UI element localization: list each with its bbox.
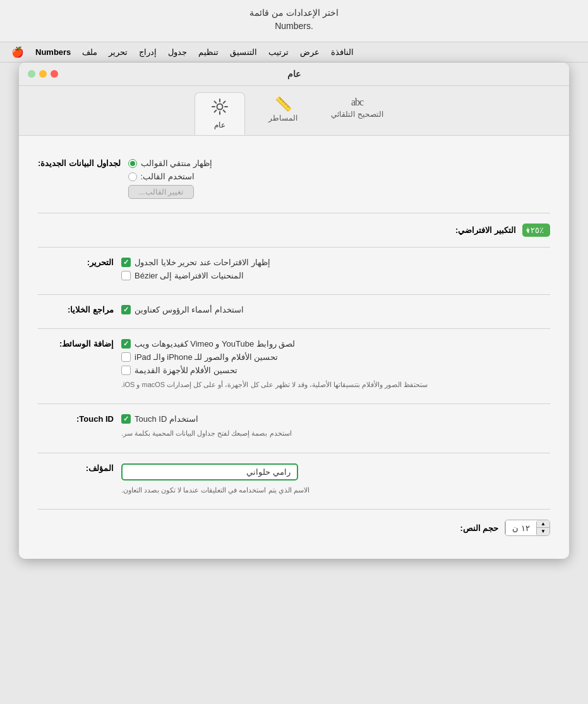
spinner-up-button[interactable]: ▲ — [537, 520, 549, 528]
optimize-mobile-checkbox[interactable] — [121, 352, 131, 362]
apple-menu[interactable]: 🍎 — [6, 45, 29, 59]
menubar-numbers[interactable]: Numbers — [30, 45, 76, 59]
touchid-row: استخدام Touch ID استخدم بصمة إصبعك لفتح … — [38, 414, 550, 438]
toolbar: عام 📏 المساطر abc التصحيح التلقائي — [19, 86, 569, 136]
media-content: لصق روابط YouTube و Vimeo كفيديوهات ويب … — [121, 339, 550, 390]
author-input[interactable] — [121, 463, 298, 480]
author-content: الاسم الذي يتم استخدامه في التعليقات عند… — [121, 463, 550, 495]
font-size-value: ١٢ ن — [505, 522, 537, 535]
use-headers-label: استخدام أسماء الرؤوس كعناوين — [135, 305, 244, 314]
touchid-section: استخدام Touch ID استخدم بصمة إصبعك لفتح … — [38, 404, 550, 453]
menubar-view[interactable]: عرض — [295, 45, 325, 59]
show-suggestions-row: إظهار الاقتراحات عند تحرير خلايا الجدول — [121, 258, 270, 267]
menubar-arrange[interactable]: ترتيب — [263, 45, 294, 59]
fontsize-row: ▲ ▼ ١٢ ن حجم النص: — [38, 520, 550, 536]
titlebar: عام — [19, 63, 569, 86]
use-headers-checkbox[interactable] — [121, 305, 131, 314]
zoom-select[interactable]: ٪١٢٥ ٪١٠٠ ٪١٥٠ — [522, 224, 550, 237]
ruler-icon: 📏 — [275, 97, 292, 111]
editing-section: إظهار الاقتراحات عند تحرير خلايا الجدول … — [38, 248, 550, 295]
spinner-down-button[interactable]: ▼ — [537, 528, 549, 535]
cell-refs-row: استخدام أسماء الرؤوس كعناوين مراجع الخلا… — [38, 305, 550, 314]
media-row: لصق روابط YouTube و Vimeo كفيديوهات ويب … — [38, 339, 550, 390]
minimize-button[interactable] — [39, 70, 47, 78]
gear-icon — [211, 98, 229, 118]
tab-rulers[interactable]: 📏 المساطر — [258, 92, 308, 135]
tab-general-label: عام — [214, 121, 225, 129]
tab-rulers-label: المساطر — [268, 114, 297, 122]
change-template-button[interactable]: تغيير القالب... — [128, 185, 194, 199]
menubar-insert[interactable]: إدراج — [134, 45, 162, 59]
window-title: عام — [287, 69, 301, 79]
use-touchid-row: استخدام Touch ID — [121, 414, 198, 424]
svg-line-8 — [215, 110, 217, 112]
media-section: لصق روابط YouTube و Vimeo كفيديوهات ويب … — [38, 329, 550, 404]
cell-refs-label: مراجع الخلايا: — [38, 305, 114, 314]
new-tables-label: لجداول البيانات الجديدة: — [38, 158, 121, 168]
zoom-wrapper: ٪١٢٥ ٪١٠٠ ٪١٥٠ — [522, 224, 550, 237]
optimize-old-label: تحسين الأفلام للأجهزة القديمة — [135, 366, 237, 375]
svg-line-7 — [224, 102, 225, 104]
preferences-window: عام ع — [19, 63, 569, 559]
editing-label: التحرير: — [38, 258, 114, 267]
menubar-table[interactable]: جدول — [163, 45, 192, 59]
fontsize-label: حجم النص: — [423, 523, 498, 533]
zoom-section: ٪١٢٥ ٪١٠٠ ٪١٥٠ التكبير الافتراضي: — [38, 213, 550, 248]
media-hint: ستحتفظ الصور والأفلام بتنسيقاتها الأصلية… — [121, 380, 428, 390]
tooltip-area: اختر الإعدادات من قائمة .Numbers — [0, 0, 588, 42]
svg-line-6 — [224, 110, 225, 112]
editing-row: إظهار الاقتراحات عند تحرير خلايا الجدول … — [38, 258, 550, 280]
web-videos-label: لصق روابط YouTube و Vimeo كفيديوهات ويب — [135, 339, 295, 349]
use-headers-row: استخدام أسماء الرؤوس كعناوين — [121, 305, 244, 314]
cell-refs-content: استخدام أسماء الرؤوس كعناوين — [121, 305, 550, 314]
svg-line-5 — [215, 102, 217, 104]
fontsize-section: ▲ ▼ ١٢ ن حجم النص: — [38, 510, 550, 546]
bezier-row: المنحنيات الافتراضية إلى Bézier — [121, 271, 244, 280]
content-area: إظهار منتقي القوالب استخدم القالب: تغيير… — [19, 136, 569, 559]
show-suggestions-checkbox[interactable] — [121, 258, 131, 267]
tooltip-line2: .Numbers — [13, 20, 575, 33]
use-template-label: استخدم القالب: — [141, 172, 195, 181]
web-videos-checkbox[interactable] — [121, 339, 131, 349]
new-tables-row: إظهار منتقي القوالب استخدم القالب: تغيير… — [38, 158, 550, 199]
use-touchid-label: استخدام Touch ID — [135, 414, 198, 424]
menubar: 🍎 Numbers ملف تحرير إدراج جدول تنظيم الت… — [0, 42, 588, 63]
show-template-picker-label: إظهار منتقي القوالب — [141, 158, 212, 168]
bezier-label: المنحنيات الافتراضية إلى Bézier — [135, 271, 244, 280]
spinner-buttons: ▲ ▼ — [537, 520, 549, 535]
author-label: المؤلف: — [38, 463, 114, 473]
tab-general[interactable]: عام — [195, 92, 245, 135]
maximize-button[interactable] — [28, 70, 35, 78]
optimize-mobile-label: تحسين الأفلام والصور للـ iPhone والـ iPa… — [135, 352, 278, 362]
use-touchid-checkbox[interactable] — [121, 414, 131, 424]
menubar-organize[interactable]: تنظيم — [193, 45, 224, 59]
zoom-label: التكبير الافتراضي: — [440, 225, 516, 235]
optimize-mobile-row: تحسين الأفلام والصور للـ iPhone والـ iPa… — [121, 352, 278, 362]
new-tables-content: إظهار منتقي القوالب استخدم القالب: تغيير… — [128, 158, 550, 199]
bezier-checkbox[interactable] — [121, 271, 131, 280]
use-template-radio[interactable] — [128, 172, 137, 181]
close-button[interactable] — [51, 70, 58, 78]
menubar-format[interactable]: التنسيق — [225, 45, 262, 59]
editing-content: إظهار الاقتراحات عند تحرير خلايا الجدول … — [121, 258, 550, 280]
menubar-file[interactable]: ملف — [77, 45, 102, 59]
optimize-old-checkbox[interactable] — [121, 366, 131, 375]
touchid-hint: استخدم بصمة إصبعك لفتح جداول البيانات ال… — [121, 429, 292, 438]
window-controls — [28, 70, 58, 78]
tab-autocorrect[interactable]: abc التصحيح التلقائي — [321, 92, 393, 135]
author-row: الاسم الذي يتم استخدامه في التعليقات عند… — [38, 463, 550, 495]
font-size-spinner: ▲ ▼ ١٢ ن — [505, 520, 550, 536]
author-section: الاسم الذي يتم استخدامه في التعليقات عند… — [38, 453, 550, 510]
show-suggestions-label: إظهار الاقتراحات عند تحرير خلايا الجدول — [135, 258, 270, 267]
menubar-window[interactable]: النافذة — [326, 45, 359, 59]
tab-autocorrect-label: التصحيح التلقائي — [331, 110, 383, 119]
menubar-edit[interactable]: تحرير — [104, 45, 133, 59]
svg-point-0 — [217, 104, 223, 110]
abc-icon: abc — [351, 97, 363, 107]
show-template-radio[interactable] — [128, 159, 137, 168]
touchid-content: استخدام Touch ID استخدم بصمة إصبعك لفتح … — [121, 414, 550, 438]
media-label: إضافة الوسائط: — [38, 339, 114, 349]
tooltip-line1: اختر الإعدادات من قائمة — [13, 6, 575, 20]
web-videos-row: لصق روابط YouTube و Vimeo كفيديوهات ويب — [121, 339, 295, 349]
optimize-old-row: تحسين الأفلام للأجهزة القديمة — [121, 366, 237, 375]
